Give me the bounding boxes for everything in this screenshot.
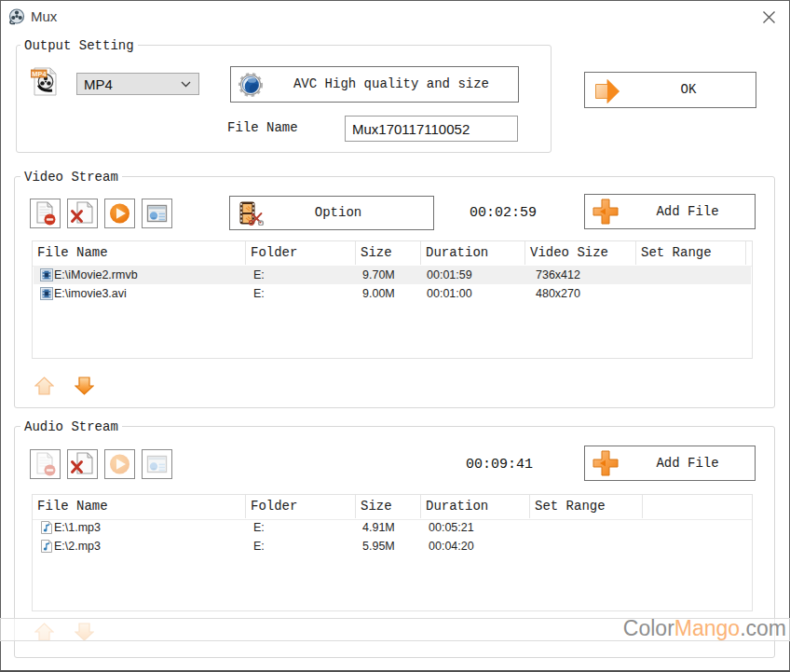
svg-text:MP4: MP4 <box>32 70 47 78</box>
